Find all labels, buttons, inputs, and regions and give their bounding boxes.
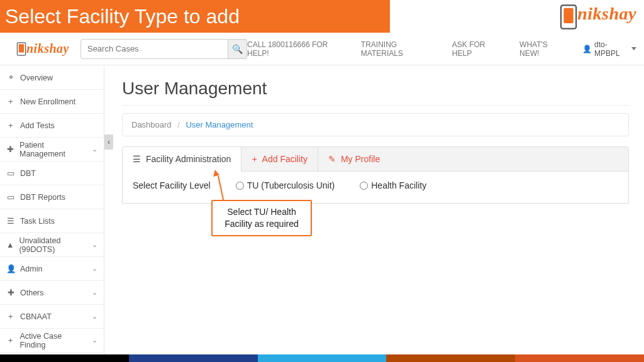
main-content: User Management Dashboard / User Managem…	[104, 66, 644, 354]
tab-label: Facility Administration	[146, 154, 231, 164]
callout-line1: Select TU/ Health	[221, 206, 302, 218]
sidebar-item-active-case-finding[interactable]: + Active Case Finding ⌄	[0, 329, 104, 353]
footer-segment	[386, 354, 515, 362]
sidebar-item-label: Active Case Finding	[19, 332, 87, 349]
brand-name: nikshay	[26, 41, 69, 56]
title-divider	[122, 105, 629, 106]
sidebar-item-admin[interactable]: 👤 Admin ⌄	[0, 257, 104, 281]
sidebar-item-label: CBNAAT	[20, 312, 52, 321]
chevron-down-icon: ⌄	[92, 312, 97, 321]
chevron-down-icon: ⌄	[92, 241, 97, 249]
sidebar-icon: ▭	[6, 192, 15, 202]
search-input[interactable]	[80, 39, 228, 59]
banner-row: Select Facility Type to add nikshay	[0, 0, 644, 33]
tabs: ☰ Facility Administration + Add Facility…	[122, 146, 629, 172]
sidebar-item-new-enrollment[interactable]: + New Enrollment	[0, 90, 104, 114]
radio-hf-label: Health Facility	[371, 180, 426, 190]
sidebar-item-others[interactable]: ✚ Others ⌄	[0, 281, 104, 305]
sidebar-item-dbt-reports[interactable]: ▭ DBT Reports	[0, 185, 104, 209]
footer-segment	[0, 354, 129, 362]
search-icon: 🔍	[232, 44, 243, 54]
sidebar-item-task-lists[interactable]: ☰ Task Lists	[0, 209, 104, 233]
sidebar-icon: +	[6, 312, 15, 321]
tab-add-facility[interactable]: + Add Facility	[242, 147, 318, 171]
sidebar-item-label: Add Tests	[20, 121, 55, 130]
sidebar-icon: 👤	[6, 264, 15, 273]
sidebar-item-unvalidated-99dots-[interactable]: ▲ Unvalidated (99DOTS) ⌄	[0, 233, 104, 257]
chevron-down-icon: ⌄	[92, 145, 97, 153]
sidebar-icon: +	[6, 97, 15, 106]
radio-health-facility[interactable]: Health Facility	[360, 180, 426, 190]
top-navbar: nikshay 🔍 CALL 1800116666 FOR HELP! TRAI…	[0, 33, 644, 65]
chevron-down-icon: ⌄	[92, 336, 97, 344]
breadcrumb: Dashboard / User Management	[122, 113, 629, 136]
callout-box: Select TU/ Health Facility as required	[211, 200, 312, 236]
breadcrumb-current[interactable]: User Management	[186, 120, 253, 129]
sidebar-icon: ⌖	[6, 73, 15, 82]
brand-logo-large: nikshay	[561, 4, 636, 28]
sidebar-icon: ▭	[6, 168, 15, 178]
footer-segment	[258, 354, 387, 362]
instruction-callout: Select TU/ Health Facility as required	[211, 200, 312, 236]
list-icon: ☰	[133, 154, 141, 164]
user-dropdown[interactable]: 👤 dto-MPBPL	[582, 40, 636, 58]
callout-line2: Facility as required	[221, 218, 302, 230]
sidebar: ⌖ Overview + New Enrollment + Add Tests …	[0, 66, 104, 354]
sidebar-item-label: Admin	[20, 265, 42, 273]
instruction-banner: Select Facility Type to add	[0, 0, 390, 33]
tab-label: My Profile	[341, 154, 380, 164]
sidebar-item-patient-management[interactable]: ✚ Patient Management ⌄	[0, 138, 104, 162]
chevron-down-icon: ⌄	[92, 288, 97, 297]
nav-ask-help[interactable]: ASK FOR HELP	[452, 40, 503, 58]
chevron-down-icon: ⌄	[92, 265, 97, 273]
tab-my-profile[interactable]: ✎ My Profile	[318, 147, 390, 171]
sidebar-icon: +	[6, 121, 15, 130]
nav-call-help[interactable]: CALL 1800116666 FOR HELP!	[247, 40, 345, 58]
sidebar-item-overview[interactable]: ⌖ Overview	[0, 66, 104, 90]
sidebar-item-label: Patient Management	[19, 141, 87, 158]
radio-tu-label: TU (Tuberculosis Unit)	[247, 180, 335, 190]
sidebar-icon: ☰	[6, 216, 15, 226]
breadcrumb-sep: /	[177, 120, 180, 129]
breadcrumb-root[interactable]: Dashboard	[131, 120, 172, 129]
footer-segment	[515, 354, 644, 362]
sidebar-item-label: Overview	[20, 74, 53, 82]
radio-tu-input[interactable]	[236, 182, 244, 190]
radio-tu[interactable]: TU (Tuberculosis Unit)	[236, 180, 335, 190]
sidebar-icon: ✚	[6, 288, 15, 297]
page-title: User Management	[122, 79, 629, 99]
sidebar-item-label: DBT Reports	[20, 193, 65, 202]
brand-name: nikshay	[577, 4, 636, 23]
sidebar-icon: ✚	[6, 145, 14, 154]
search-wrap: 🔍	[80, 39, 247, 59]
nav-training[interactable]: TRAINING MATERIALS	[361, 40, 436, 58]
nav-whats-new[interactable]: WHAT'S NEW!	[519, 40, 566, 58]
sidebar-item-add-tests[interactable]: + Add Tests	[0, 114, 104, 138]
user-name: dto-MPBPL	[594, 40, 629, 58]
phone-icon	[17, 42, 26, 56]
plus-icon: +	[252, 154, 257, 164]
sidebar-item-label: Task Lists	[20, 217, 55, 226]
facility-panel: Select Facility Level TU (Tuberculosis U…	[122, 172, 629, 204]
edit-icon: ✎	[328, 154, 336, 164]
sidebar-icon: +	[6, 336, 14, 345]
search-button[interactable]: 🔍	[228, 39, 247, 59]
nav-links: CALL 1800116666 FOR HELP! TRAINING MATER…	[247, 40, 636, 58]
footer-segment	[129, 354, 258, 362]
sidebar-item-label: New Enrollment	[20, 97, 75, 106]
sidebar-item-cbnaat[interactable]: + CBNAAT ⌄	[0, 305, 104, 329]
radio-hf-input[interactable]	[360, 182, 368, 190]
select-facility-label: Select Facility Level	[133, 180, 211, 190]
tab-label: Add Facility	[262, 154, 308, 164]
brand-logo-small[interactable]: nikshay	[14, 38, 69, 60]
sidebar-item-label: Unvalidated (99DOTS)	[19, 236, 87, 254]
sidebar-icon: ▲	[6, 241, 14, 250]
sidebar-item-label: DBT	[20, 169, 36, 178]
phone-icon	[560, 4, 577, 30]
tab-facility-admin[interactable]: ☰ Facility Administration	[123, 146, 242, 171]
footer-color-strip	[0, 354, 644, 362]
sidebar-item-dbt[interactable]: ▭ DBT	[0, 162, 104, 185]
user-icon: 👤	[582, 45, 592, 53]
facility-level-row: Select Facility Level TU (Tuberculosis U…	[133, 180, 618, 190]
chevron-down-icon	[631, 47, 636, 50]
